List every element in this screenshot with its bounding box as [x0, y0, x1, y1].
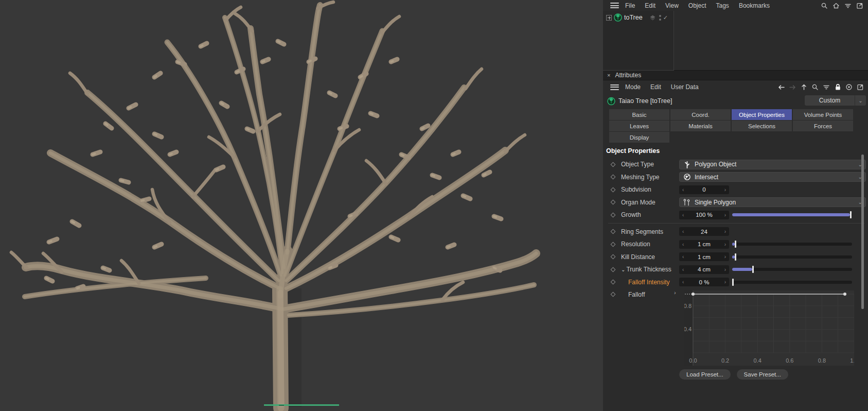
visibility-dots-icon[interactable]: [659, 15, 661, 21]
tab-leaves[interactable]: Leaves: [609, 121, 669, 131]
tab-selections[interactable]: Selections: [732, 121, 792, 131]
search-icon[interactable]: [820, 2, 828, 10]
slider-track[interactable]: [732, 281, 852, 284]
target-icon[interactable]: [845, 83, 853, 91]
spinner-trunk-thickness[interactable]: ‹4 cm›: [679, 265, 729, 274]
close-icon[interactable]: ×: [607, 72, 610, 78]
hamburger-icon[interactable]: [610, 84, 619, 90]
param-control: ‹0›: [679, 184, 866, 195]
slider-handle[interactable]: [735, 241, 736, 248]
arrow-left-icon[interactable]: [777, 83, 785, 91]
param-control: ‹1 cm›: [679, 252, 866, 262]
home-icon[interactable]: [832, 2, 840, 10]
slider-track[interactable]: [732, 243, 852, 246]
tab-forces[interactable]: Forces: [793, 121, 853, 131]
spinner-decrement[interactable]: ‹: [682, 242, 684, 247]
viewport-3d[interactable]: [0, 0, 603, 411]
slider-falloff-intensity[interactable]: [732, 279, 852, 286]
spinner-increment[interactable]: ›: [724, 242, 726, 247]
attr-menu-item-user-data[interactable]: User Data: [671, 83, 699, 91]
spinner-increment[interactable]: ›: [724, 267, 726, 272]
save-preset-button[interactable]: Save Preset...: [737, 369, 788, 380]
hamburger-icon[interactable]: [610, 3, 619, 8]
curve-y-tick-label: 0.8: [684, 303, 692, 309]
spinner-falloff-intensity[interactable]: ‹0 %›: [679, 278, 729, 286]
arrow-right-icon[interactable]: [788, 83, 796, 91]
slider-handle[interactable]: [752, 266, 754, 273]
dropdown-object-type[interactable]: Polygon Object⌄: [679, 160, 866, 169]
slider-resolution[interactable]: [732, 241, 852, 248]
tab-coord-[interactable]: Coord.: [670, 109, 731, 120]
object-label[interactable]: toTree: [624, 14, 643, 21]
curve-point-end[interactable]: [843, 293, 846, 296]
spinner-decrement[interactable]: ‹: [682, 187, 684, 193]
arrow-up-icon[interactable]: [800, 83, 808, 91]
spinner-decrement[interactable]: ‹: [682, 212, 684, 218]
object-row-totree[interactable]: toTree ✓: [606, 12, 668, 23]
object-manager[interactable]: toTree ✓: [603, 11, 868, 71]
curve-point-start[interactable]: [692, 293, 695, 296]
filter-icon[interactable]: [844, 2, 852, 10]
slider-handle[interactable]: [850, 211, 852, 218]
slider-handle[interactable]: [732, 279, 734, 286]
layers-icon[interactable]: [649, 13, 657, 22]
spinner-value[interactable]: 24: [701, 229, 707, 235]
spinner-value[interactable]: 1 cm: [698, 254, 711, 260]
slider-trunk-thickness[interactable]: [732, 266, 852, 273]
spinner-increment[interactable]: ›: [724, 229, 726, 234]
menu-item-object[interactable]: Object: [688, 2, 706, 9]
spinner-value[interactable]: 4 cm: [698, 266, 711, 272]
main-menu-bar: FileEditViewObjectTagsBookmarks: [603, 0, 868, 11]
attr-menu-item-edit[interactable]: Edit: [650, 83, 661, 91]
menu-item-tags[interactable]: Tags: [716, 2, 729, 9]
panel-popout-icon[interactable]: [856, 2, 864, 10]
dropdown-meshing-type[interactable]: Intersect⌄: [679, 172, 866, 182]
filter-icon[interactable]: [822, 83, 830, 91]
param-row-resolution: Resolution‹1 cm›: [603, 238, 868, 251]
spinner-increment[interactable]: ›: [724, 254, 726, 260]
dropdown-organ-mode[interactable]: Single Polygon⌄: [679, 197, 866, 207]
tab-volume-points[interactable]: Volume Points: [793, 109, 853, 120]
spinner-value[interactable]: 100 %: [696, 212, 713, 218]
spinner-increment[interactable]: ›: [724, 212, 726, 218]
spinner-increment[interactable]: ›: [724, 187, 726, 193]
spinner-value[interactable]: 0: [702, 186, 705, 193]
tab-object-properties[interactable]: Object Properties: [732, 109, 792, 120]
spinner-decrement[interactable]: ‹: [682, 279, 684, 285]
menu-item-edit[interactable]: Edit: [645, 2, 656, 9]
slider-track[interactable]: [732, 255, 852, 259]
menu-item-bookmarks[interactable]: Bookmarks: [739, 2, 770, 9]
spinner-value[interactable]: 0 %: [699, 279, 710, 285]
spinner-resolution[interactable]: ‹1 cm›: [679, 240, 729, 249]
falloff-curve-editor[interactable]: 0.80.40.00.20.40.60.81.0: [684, 290, 854, 366]
spinner-decrement[interactable]: ‹: [682, 267, 684, 272]
tab-display[interactable]: Display: [609, 132, 669, 143]
attributes-scrollbar[interactable]: [861, 155, 864, 309]
search-icon[interactable]: [811, 83, 819, 91]
spinner-decrement[interactable]: ‹: [682, 229, 684, 234]
expand-plus-icon[interactable]: [606, 15, 612, 21]
spinner-growth[interactable]: ‹100 %›: [679, 211, 729, 219]
spinner-value[interactable]: 1 cm: [698, 241, 711, 247]
check-icon[interactable]: ✓: [663, 14, 668, 21]
lock-icon[interactable]: [834, 83, 842, 91]
expander-chevron-icon[interactable]: ›: [674, 289, 676, 296]
spinner-increment[interactable]: ›: [724, 279, 726, 285]
spinner-decrement[interactable]: ‹: [682, 254, 684, 260]
expand-chevron-icon[interactable]: ⌄: [621, 267, 625, 272]
slider-handle[interactable]: [735, 253, 736, 261]
spinner-kill-distance[interactable]: ‹1 cm›: [679, 252, 729, 261]
menu-item-file[interactable]: File: [625, 2, 635, 9]
slider-growth[interactable]: [732, 211, 852, 218]
spinner-subdvision[interactable]: ‹0›: [679, 185, 729, 194]
load-preset-button[interactable]: Load Preset...: [679, 369, 731, 380]
attr-menu-item-mode[interactable]: Mode: [625, 83, 641, 91]
panel-popout-icon[interactable]: [856, 83, 864, 91]
tab-basic[interactable]: Basic: [609, 109, 669, 120]
menu-item-view[interactable]: View: [665, 2, 679, 9]
slider-kill-distance[interactable]: [732, 253, 852, 261]
tab-materials[interactable]: Materials: [670, 121, 731, 131]
preset-dropdown[interactable]: Custom ⌄: [805, 95, 866, 106]
chevron-down-icon[interactable]: ⌄: [855, 95, 866, 106]
spinner-ring-segments[interactable]: ‹24›: [679, 227, 729, 236]
